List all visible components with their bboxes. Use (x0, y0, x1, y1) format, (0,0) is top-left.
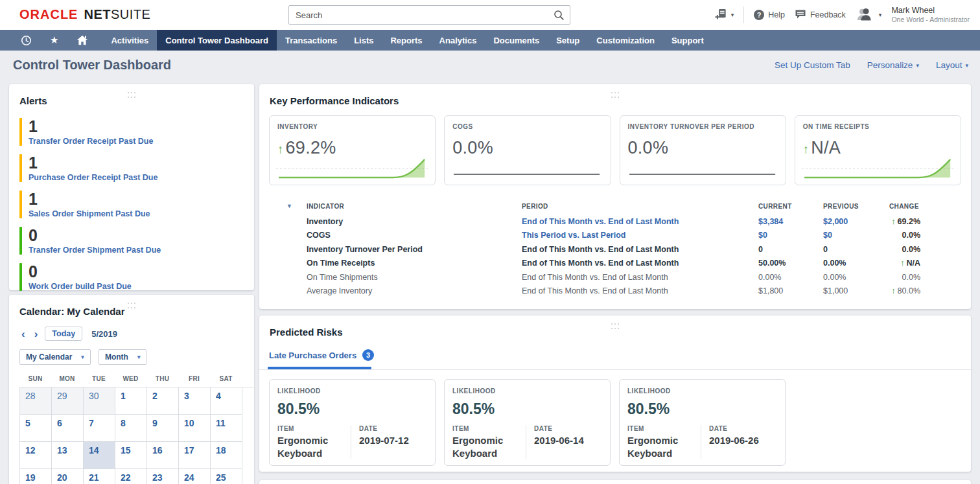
calendar-day[interactable]: 23 (147, 469, 179, 484)
alert-item[interactable]: 1 Purchase Order Receipt Past Due (19, 154, 244, 182)
nav-tab[interactable]: Analytics (431, 30, 485, 51)
alert-link[interactable]: Work Order build Past Due (29, 282, 132, 291)
calendar-day[interactable]: 24 (179, 469, 211, 484)
search-input[interactable] (289, 6, 570, 24)
previous-cell[interactable]: $1,000 (823, 286, 889, 295)
calendar-day[interactable]: 22 (115, 469, 147, 484)
alert-link[interactable]: Purchase Order Receipt Past Due (29, 173, 158, 182)
feedback-button[interactable]: Feedback (795, 9, 846, 21)
kpi-table-row[interactable]: COGS This Period vs. Last Period $0 $0 0… (269, 229, 961, 243)
period-cell[interactable]: End of This Month vs. End of Last Month (522, 286, 758, 295)
nav-tab[interactable]: Reports (382, 30, 430, 51)
calendar-day[interactable]: 14 (84, 442, 115, 469)
nav-tab[interactable]: Customization (588, 30, 663, 51)
nav-tab[interactable]: Support (663, 30, 712, 51)
calendar-day[interactable]: 13 (52, 442, 84, 469)
calendar-day[interactable]: 7 (84, 415, 115, 442)
tab-late-purchase-orders[interactable]: Late Purchase Orders 3 (259, 344, 375, 367)
calendar-day[interactable]: 30 (84, 387, 115, 415)
home-icon[interactable] (67, 30, 97, 51)
drag-handle-icon[interactable] (607, 89, 623, 98)
kpi-table-row[interactable]: On Time Shipments End of This Month vs. … (269, 270, 961, 284)
calendar-day[interactable]: 3 (179, 387, 211, 415)
recent-records-icon[interactable] (12, 30, 41, 51)
risk-card[interactable]: LIKELIHOOD 80.5% ITEM Ergonomic Keyboard… (444, 379, 611, 466)
nav-tab[interactable]: Lists (345, 30, 382, 51)
personalize-menu[interactable]: Personalize▾ (867, 60, 919, 70)
shortcuts-star-icon[interactable]: ★ (41, 30, 67, 51)
current-cell[interactable]: 0 (758, 245, 823, 254)
calendar-day[interactable]: 1 (115, 387, 147, 415)
current-cell[interactable]: $1,800 (758, 286, 823, 295)
risk-card[interactable]: LIKELIHOOD 80.5% ITEM Ergonomic Keyboard… (619, 379, 786, 466)
calendar-day[interactable]: 5 (20, 415, 52, 442)
alert-item[interactable]: 1 Sales Order Shipment Past Due (19, 190, 244, 218)
kpi-table-row[interactable]: On Time Receipts End of This Month vs. E… (269, 257, 961, 271)
create-new-menu[interactable]: ▾ (715, 8, 734, 22)
set-up-custom-tab-link[interactable]: Set Up Custom Tab (775, 60, 850, 70)
drag-handle-icon[interactable] (124, 299, 139, 308)
previous-cell[interactable]: 0.00% (823, 259, 889, 268)
previous-cell[interactable]: $0 (823, 231, 889, 240)
calendar-day[interactable]: 25 (211, 469, 242, 484)
calendar-day[interactable]: 2 (147, 387, 179, 415)
calendar-day[interactable]: 29 (52, 387, 84, 415)
calendar-day[interactable]: 28 (20, 387, 52, 415)
user-info[interactable]: Mark Wheel One World - Administrator (891, 6, 970, 25)
period-cell[interactable]: End of This Month vs. End of Last Month (522, 217, 758, 226)
alert-link[interactable]: Sales Order Shipment Past Due (29, 209, 150, 218)
current-cell[interactable]: $3,384 (758, 217, 823, 226)
calendar-day[interactable]: 19 (20, 469, 52, 484)
current-cell[interactable]: 50.00% (758, 259, 823, 268)
today-button[interactable]: Today (45, 327, 82, 341)
calendar-day[interactable]: 21 (84, 469, 115, 484)
current-cell[interactable]: 0.00% (758, 273, 823, 282)
previous-cell[interactable]: $2,000 (823, 217, 889, 226)
nav-tab[interactable]: Transactions (277, 30, 345, 51)
help-button[interactable]: ? Help (754, 10, 785, 20)
alert-item[interactable]: 0 Transfer Order Shipment Past Due (19, 227, 244, 255)
kpi-table-row[interactable]: Inventory End of This Month vs. End of L… (269, 214, 961, 229)
kpi-card[interactable]: INVENTORY TURNOVER PER PERIOD 0.0% (620, 115, 786, 185)
calendar-day[interactable]: 6 (52, 415, 84, 442)
kpi-card[interactable]: ON TIME RECEIPTS ↑ N/A (795, 115, 961, 185)
drag-handle-icon[interactable] (607, 320, 623, 329)
previous-cell[interactable]: 0 (823, 245, 889, 254)
current-cell[interactable]: $0 (758, 231, 823, 240)
period-cell[interactable]: End of This Month vs. End of Last Month (522, 259, 758, 268)
nav-tab[interactable]: Documents (485, 30, 548, 51)
previous-cell[interactable]: 0.00% (823, 273, 889, 282)
period-cell[interactable]: End of This Month vs. End of Last Month (522, 245, 758, 254)
period-cell[interactable]: End of This Month vs. End of Last Month (522, 273, 758, 282)
calendar-day[interactable]: 12 (20, 442, 52, 469)
kpi-table-row[interactable]: Inventory Turnover Per Period End of Thi… (269, 242, 961, 257)
calendar-day[interactable]: 11 (211, 415, 242, 442)
calendar-day[interactable]: 4 (211, 387, 242, 415)
calendar-day[interactable]: 17 (179, 442, 211, 469)
kpi-card[interactable]: COGS 0.0% (444, 115, 611, 185)
kpi-card[interactable]: INVENTORY ↑ 69.2% (269, 115, 436, 185)
layout-menu[interactable]: Layout▾ (936, 60, 968, 70)
calendar-prev-icon[interactable]: ‹ (19, 328, 27, 340)
nav-tab[interactable]: Control Tower Dashboard (157, 30, 277, 51)
nav-tab[interactable]: Activities (102, 30, 157, 51)
alert-link[interactable]: Transfer Order Shipment Past Due (29, 246, 161, 255)
alert-link[interactable]: Transfer Order Receipt Past Due (29, 137, 153, 146)
alert-item[interactable]: 1 Transfer Order Receipt Past Due (19, 118, 244, 146)
search-icon[interactable] (554, 10, 565, 23)
view-select-dropdown[interactable]: Month▾ (99, 349, 147, 365)
user-menu[interactable]: ▾ (856, 7, 882, 23)
period-cell[interactable]: This Period vs. Last Period (522, 231, 758, 240)
calendar-day[interactable]: 16 (147, 442, 179, 469)
calendar-day[interactable]: 20 (52, 469, 84, 484)
collapse-caret-icon[interactable]: ▼ (269, 203, 307, 209)
alert-item[interactable]: 0 Work Order build Past Due (19, 263, 244, 291)
calendar-day[interactable]: 15 (115, 442, 147, 469)
risk-card[interactable]: LIKELIHOOD 80.5% ITEM Ergonomic Keyboard… (269, 379, 436, 466)
calendar-next-icon[interactable]: › (32, 328, 40, 340)
calendar-day[interactable]: 9 (147, 415, 179, 442)
calendar-day[interactable]: 8 (115, 415, 147, 442)
nav-tab[interactable]: Setup (548, 30, 588, 51)
calendar-select-dropdown[interactable]: My Calendar▾ (19, 349, 91, 365)
drag-handle-icon[interactable] (124, 89, 139, 98)
